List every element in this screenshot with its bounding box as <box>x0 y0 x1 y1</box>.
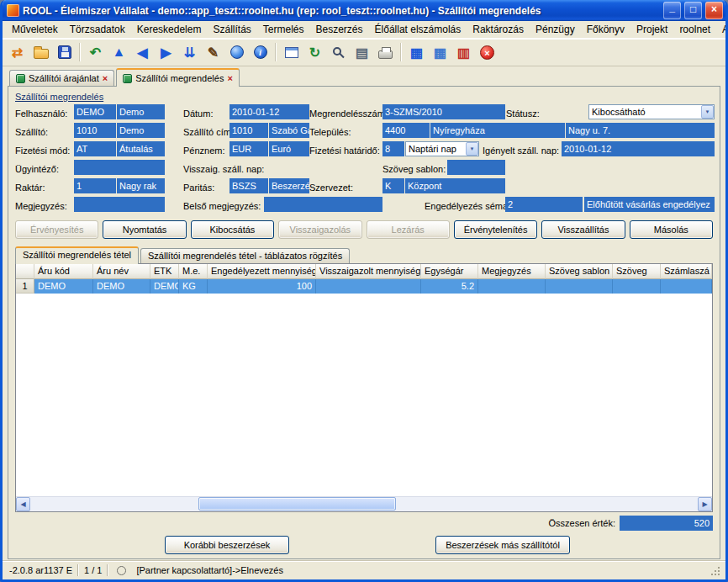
minimize-button[interactable]: _ <box>663 2 681 19</box>
table-row[interactable]: 1 DEMO DEMO DEMO KG 100 5.2 <box>16 279 712 294</box>
print-icon[interactable] <box>374 41 397 64</box>
column-header-visszaigazolt[interactable]: Visszaigazolt mennyiség <box>316 264 421 279</box>
cell-etk[interactable]: DEMO <box>150 279 179 294</box>
column-header-megjegyzes[interactable]: Megjegyzés <box>478 264 546 279</box>
grid-icon[interactable]: ▦ <box>405 41 428 64</box>
paritas-name-field[interactable]: Beszerzé <box>269 178 309 193</box>
scroll-right-icon[interactable]: ▶ <box>698 497 712 511</box>
engedelyezes-sema-code-field[interactable]: 2 <box>505 197 583 212</box>
search-icon[interactable] <box>327 41 350 64</box>
connect-icon[interactable]: ⇄ <box>6 41 29 64</box>
szervezet-name-field[interactable]: Központ <box>405 178 505 193</box>
cell-megjegyzes[interactable] <box>478 279 546 294</box>
szallito-name-field[interactable]: Demo <box>117 123 165 138</box>
edit-icon[interactable]: ✎ <box>202 41 224 64</box>
kibocsatas-button[interactable]: Kibocsátás <box>191 220 274 239</box>
cell-aru-nev[interactable]: DEMO <box>93 279 150 294</box>
up-icon[interactable]: ▲ <box>108 41 130 64</box>
cell-szamlaszam[interactable] <box>661 279 712 294</box>
felhasznalo-code-field[interactable]: DEMO <box>74 104 116 119</box>
datum-field[interactable]: 2010-01-12 <box>229 104 309 119</box>
statusz-combo[interactable]: Kibocsátható ▼ <box>588 104 715 119</box>
fizetesi-mod-code-field[interactable]: AT <box>74 141 116 156</box>
igenyelt-szall-nap-field[interactable]: 2010-01-12 <box>562 141 715 156</box>
tab-tetel[interactable]: Szállítói megrendelés tétel <box>15 246 139 264</box>
refresh-icon[interactable]: ↻ <box>303 41 326 64</box>
menu-fokonyv[interactable]: Főkönyv <box>581 22 630 37</box>
column-header-engedelyezett[interactable]: Engedélyezett mennyiség <box>208 264 316 279</box>
undo-icon[interactable]: ↶ <box>84 41 107 64</box>
columns-icon[interactable]: ▥ <box>452 41 475 64</box>
menu-muveletek[interactable]: Műveletek <box>6 22 64 37</box>
last-icon[interactable]: ⇊ <box>178 41 201 64</box>
window-icon[interactable] <box>280 41 303 64</box>
forward-icon[interactable]: ▶ <box>155 41 177 64</box>
column-header-szamlaszam[interactable]: Számlaszá <box>661 264 712 279</box>
close-window-button[interactable]: × <box>705 2 723 19</box>
cell-engedelyezett[interactable]: 100 <box>208 279 316 294</box>
raktar-name-field[interactable]: Nagy rak <box>117 178 165 193</box>
fizetesi-hatarido-field[interactable]: 8 <box>382 141 404 156</box>
maximize-button[interactable]: □ <box>684 2 702 19</box>
szallito-cim-name-field[interactable]: Szabó Gá <box>269 123 309 138</box>
visszaigazolas-button[interactable]: Visszaigazolás <box>278 220 361 239</box>
tab-close-icon[interactable]: × <box>103 74 108 83</box>
rows-icon[interactable]: ▤ <box>351 41 373 64</box>
szallito-code-field[interactable]: 1010 <box>74 123 116 138</box>
menu-torzsadatok[interactable]: Törzsadatok <box>64 22 131 37</box>
utca-field[interactable]: Nagy u. 7. <box>566 123 715 138</box>
cell-me[interactable]: KG <box>179 279 208 294</box>
tab-szallitoi-megrendeles[interactable]: Szállítói megrendelés × <box>116 68 240 87</box>
form-heading-link[interactable]: Szállítói megrendelés <box>15 92 103 102</box>
column-header-szoveg[interactable]: Szöveg <box>613 264 661 279</box>
scroll-left-icon[interactable]: ◀ <box>16 497 30 511</box>
ervenyesites-button[interactable]: Érvényesítés <box>15 220 98 239</box>
menu-beszerzes[interactable]: Beszerzés <box>310 22 369 37</box>
cell-szoveg-sablon[interactable] <box>546 279 613 294</box>
masolas-button[interactable]: Másolás <box>630 220 713 239</box>
lezaras-button[interactable]: Lezárás <box>367 220 450 239</box>
megjegyzes-field[interactable] <box>74 197 165 212</box>
menu-termeles[interactable]: Termelés <box>257 22 310 37</box>
menu-admin[interactable]: Admin <box>716 22 728 37</box>
column-header-egysegar[interactable]: Egységár <box>421 264 478 279</box>
szallito-cim-code-field[interactable]: 1010 <box>229 123 268 138</box>
menu-penzugy[interactable]: Pénzügy <box>530 22 581 37</box>
nyomtatas-button[interactable]: Nyomtatás <box>103 220 186 239</box>
grid-alt-icon[interactable]: ▦ <box>429 41 451 64</box>
penznem-code-field[interactable]: EUR <box>229 141 268 156</box>
column-header-aru-kod[interactable]: Áru kód <box>34 264 93 279</box>
tab-tetel-tablazatos[interactable]: Szállítói megrendelés tétel - táblázatos… <box>140 248 350 263</box>
back-icon[interactable]: ◀ <box>131 41 154 64</box>
resize-grip[interactable] <box>709 564 720 576</box>
globe-icon[interactable] <box>225 41 248 64</box>
menu-projekt[interactable]: Projekt <box>630 22 673 37</box>
szervezet-code-field[interactable]: K <box>382 178 404 193</box>
penznem-name-field[interactable]: Euró <box>269 141 309 156</box>
menu-kereskedelem[interactable]: Kereskedelem <box>131 22 208 37</box>
engedelyezes-sema-name-field[interactable]: Előhűtött vásárlás engedélyez <box>584 197 715 212</box>
column-header-szoveg-sablon[interactable]: Szöveg sablon <box>546 264 613 279</box>
column-header-me[interactable]: M.e. <box>179 264 208 279</box>
cell-visszaigazolt[interactable] <box>316 279 421 294</box>
megrendelesszam-field[interactable]: 3-SZMS/2010 <box>382 104 505 119</box>
cell-aru-kod[interactable]: DEMO <box>34 279 93 294</box>
belso-megjegyzes-field[interactable] <box>264 197 382 212</box>
tab-close-icon[interactable]: × <box>227 74 232 83</box>
beszerzesek-mas-szallitotol-button[interactable]: Beszerzések más szállítótól <box>435 536 570 554</box>
exit-icon[interactable]: × <box>476 41 499 64</box>
column-header-etk[interactable]: ETK <box>150 264 179 279</box>
paritas-code-field[interactable]: BSZS <box>229 178 268 193</box>
scrollbar-thumb[interactable] <box>198 497 396 511</box>
open-folder-icon[interactable] <box>29 41 52 64</box>
menu-szallitas[interactable]: Szállítás <box>207 22 256 37</box>
szoveg-sablon-field[interactable] <box>447 160 505 175</box>
visszaallitas-button[interactable]: Visszaállítás <box>541 220 625 239</box>
korabbi-beszerzesek-button[interactable]: Korábbi beszerzések <box>165 536 289 554</box>
telepules-name-field[interactable]: Nyíregyháza <box>430 123 565 138</box>
ugyintezo-field[interactable] <box>74 160 165 175</box>
telepules-code-field[interactable]: 4400 <box>382 123 430 138</box>
menu-eloallat-elszamolas[interactable]: Élőállat elszámolás <box>369 22 467 37</box>
chevron-down-icon[interactable]: ▼ <box>466 142 478 156</box>
info-icon[interactable]: i <box>249 41 272 64</box>
